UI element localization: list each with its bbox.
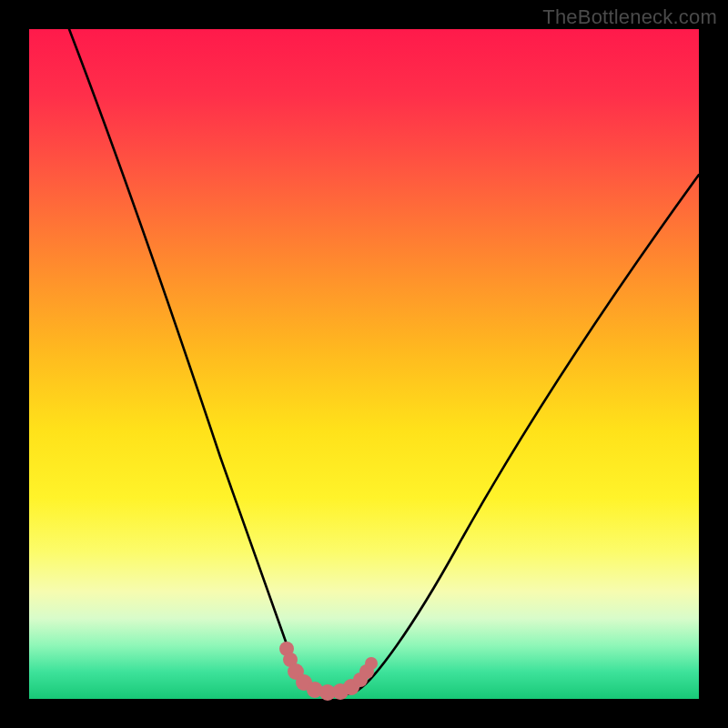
- outer-frame: TheBottleneck.com: [0, 0, 728, 728]
- v-curve: [69, 29, 699, 695]
- trough-markers: [279, 642, 378, 701]
- watermark-text: TheBottleneck.com: [542, 5, 717, 29]
- marker-dot: [365, 657, 378, 670]
- plot-area: [29, 29, 699, 699]
- curve-layer: [29, 29, 699, 699]
